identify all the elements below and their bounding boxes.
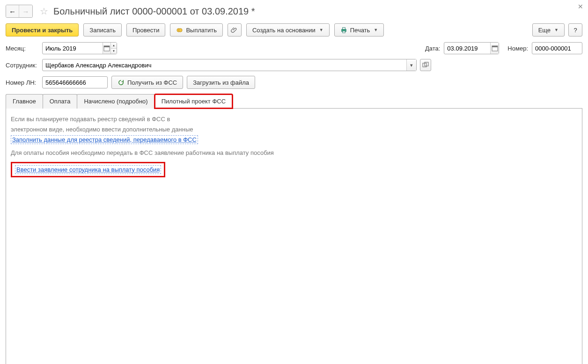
- number-input-group: [532, 42, 582, 54]
- tab-pilot-fss[interactable]: Пилотный проект ФСС: [154, 94, 233, 109]
- ln-input-group: [42, 76, 108, 88]
- favorite-star-icon[interactable]: ☆: [39, 7, 49, 16]
- month-label: Месяц:: [6, 45, 38, 52]
- calendar-icon[interactable]: [490, 43, 499, 54]
- svg-rect-8: [492, 46, 498, 47]
- tab-body-pilot: Если вы планируете подавать реестр сведе…: [6, 109, 582, 364]
- open-employee-button[interactable]: [420, 59, 431, 71]
- employee-label: Сотрудник:: [6, 62, 38, 69]
- more-button[interactable]: Еще ▼: [532, 23, 565, 36]
- enter-application-link[interactable]: Ввести заявление сотрудника на выплату п…: [15, 165, 161, 174]
- ln-input[interactable]: [43, 77, 107, 88]
- help-button[interactable]: ?: [568, 23, 582, 36]
- date-input-group: [444, 42, 499, 54]
- post-button[interactable]: Провести: [126, 23, 166, 36]
- attachment-button[interactable]: [228, 23, 242, 36]
- ln-label: Номер ЛН:: [6, 79, 38, 86]
- number-input[interactable]: [532, 43, 582, 54]
- arrow-left-icon: ←: [9, 8, 16, 15]
- printer-icon: [340, 27, 347, 34]
- employee-input[interactable]: [43, 59, 406, 71]
- nav-forward-button[interactable]: →: [19, 5, 32, 17]
- more-button-label: Еще: [538, 27, 551, 34]
- arrow-right-icon: →: [22, 8, 29, 15]
- svg-point-1: [179, 28, 183, 32]
- create-based-on-button[interactable]: Создать на основании ▼: [246, 23, 330, 36]
- coins-icon: [176, 27, 183, 34]
- pilot-hint2: Для оплаты пособия необходимо передать в…: [11, 149, 577, 157]
- pay-button-label: Выплатить: [186, 27, 217, 34]
- page-title: Больничный лист 0000-000001 от 03.09.201…: [53, 6, 255, 17]
- pay-button[interactable]: Выплатить: [170, 23, 223, 36]
- refresh-icon: [118, 79, 125, 86]
- month-input-group: ▲ ▼: [42, 42, 117, 54]
- spinner-down[interactable]: ▼: [111, 49, 117, 54]
- load-from-file-button[interactable]: Загрузить из файла: [187, 76, 255, 89]
- close-icon[interactable]: ✕: [578, 3, 583, 10]
- month-input[interactable]: [43, 43, 103, 54]
- save-button[interactable]: Записать: [83, 23, 122, 36]
- tab-accrued[interactable]: Начислено (подробно): [77, 94, 154, 109]
- paperclip-icon: [231, 27, 238, 34]
- chevron-down-icon: ▼: [554, 28, 559, 32]
- create-based-on-label: Создать на основании: [252, 27, 316, 34]
- calendar-icon[interactable]: [103, 43, 111, 54]
- svg-rect-4: [342, 31, 345, 33]
- dropdown-icon[interactable]: ▾: [406, 59, 416, 71]
- get-from-fss-button[interactable]: Получить из ФСС: [111, 76, 183, 89]
- open-external-icon: [422, 62, 429, 68]
- pilot-hint-line1: Если вы планируете подавать реестр сведе…: [11, 115, 577, 124]
- number-label: Номер:: [507, 45, 528, 52]
- month-spinner: ▲ ▼: [110, 43, 117, 54]
- highlighted-link-box: Ввести заявление сотрудника на выплату п…: [11, 162, 165, 177]
- employee-input-group: ▾: [42, 59, 417, 71]
- nav-back-button[interactable]: ←: [6, 5, 19, 17]
- chevron-down-icon: ▼: [319, 28, 323, 32]
- get-from-fss-label: Получить из ФСС: [127, 79, 177, 86]
- date-input[interactable]: [444, 43, 490, 54]
- chevron-down-icon: ▼: [374, 28, 378, 32]
- fill-registry-link[interactable]: Заполнить данные для реестра сведений, п…: [11, 135, 198, 144]
- print-button[interactable]: Печать ▼: [334, 23, 384, 36]
- spinner-up[interactable]: ▲: [111, 43, 117, 49]
- date-label: Дата:: [425, 45, 440, 52]
- tab-payment[interactable]: Оплата: [43, 94, 78, 109]
- pilot-hint-line2: электронном виде, необходимо ввести допо…: [11, 125, 577, 134]
- print-button-label: Печать: [350, 27, 370, 34]
- post-and-close-button[interactable]: Провести и закрыть: [6, 23, 79, 36]
- svg-rect-3: [342, 27, 345, 29]
- tab-main[interactable]: Главное: [6, 94, 43, 109]
- svg-rect-6: [104, 46, 110, 47]
